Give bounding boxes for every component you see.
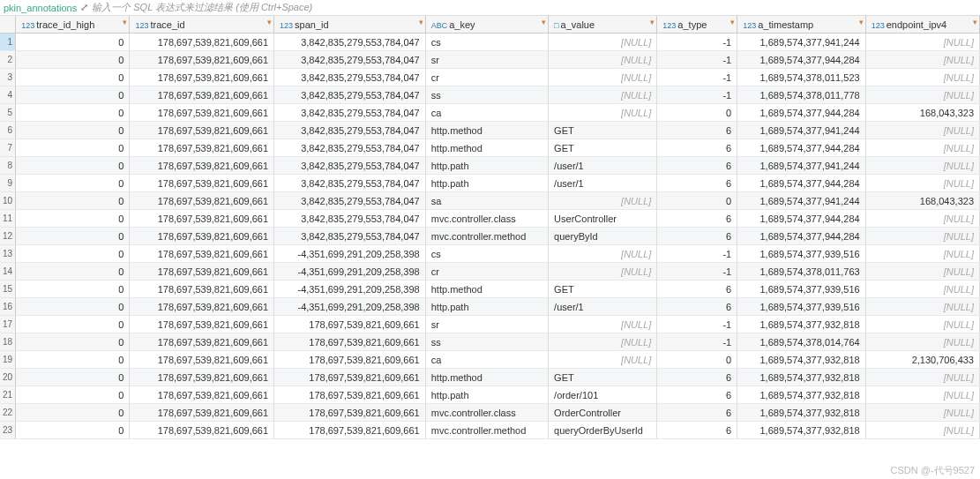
cell-a_key[interactable]: cr	[426, 69, 549, 86]
cell-a_key[interactable]: sr	[426, 316, 549, 333]
cell-endpoint_ipv4[interactable]: [NULL]	[866, 69, 980, 86]
cell-a_value[interactable]: [NULL]	[549, 192, 657, 210]
cell-span_id[interactable]: 3,842,835,279,553,784,047	[274, 157, 426, 175]
cell-a_key[interactable]: http.path	[426, 157, 549, 175]
cell-a_type[interactable]: 6	[657, 228, 737, 245]
cell-trace_id[interactable]: 178,697,539,821,609,661	[130, 369, 274, 386]
row-number[interactable]: 12	[0, 228, 16, 245]
cell-span_id[interactable]: 3,842,835,279,553,784,047	[274, 210, 426, 228]
column-header-a_type[interactable]: 123a_type▾	[657, 16, 737, 34]
table-row[interactable]: 100178,697,539,821,609,6613,842,835,279,…	[0, 192, 980, 210]
filter-icon[interactable]: ▾	[859, 18, 864, 26]
cell-endpoint_ipv4[interactable]: [NULL]	[866, 404, 980, 422]
cell-trace_id[interactable]: 178,697,539,821,609,661	[130, 263, 274, 281]
table-row[interactable]: 190178,697,539,821,609,661178,697,539,82…	[0, 351, 980, 369]
cell-a_timestamp[interactable]: 1,689,574,377,932,818	[737, 386, 865, 404]
cell-a_value[interactable]: GET	[549, 139, 657, 157]
cell-trace_id_high[interactable]: 0	[16, 281, 130, 298]
cell-span_id[interactable]: 178,697,539,821,609,661	[274, 351, 426, 369]
cell-span_id[interactable]: 3,842,835,279,553,784,047	[274, 86, 426, 104]
cell-trace_id[interactable]: 178,697,539,821,609,661	[130, 316, 274, 333]
cell-a_key[interactable]: mvc.controller.class	[426, 404, 549, 422]
cell-trace_id_high[interactable]: 0	[16, 298, 130, 316]
column-header-trace_id[interactable]: 123trace_id▾	[130, 16, 274, 34]
cell-span_id[interactable]: 3,842,835,279,553,784,047	[274, 69, 426, 86]
cell-span_id[interactable]: -4,351,699,291,209,258,398	[274, 263, 426, 281]
row-number[interactable]: 15	[0, 281, 16, 298]
cell-a_value[interactable]: [NULL]	[549, 34, 657, 51]
filter-icon[interactable]: ▾	[123, 18, 127, 26]
cell-a_value[interactable]: queryOrderByUserId	[549, 422, 657, 439]
cell-trace_id_high[interactable]: 0	[16, 122, 130, 139]
cell-span_id[interactable]: -4,351,699,291,209,258,398	[274, 245, 426, 263]
table-row[interactable]: 140178,697,539,821,609,661-4,351,699,291…	[0, 263, 980, 281]
cell-trace_id[interactable]: 178,697,539,821,609,661	[130, 422, 274, 439]
cell-span_id[interactable]: 3,842,835,279,553,784,047	[274, 175, 426, 192]
cell-a_value[interactable]: [NULL]	[549, 69, 657, 86]
row-number[interactable]: 9	[0, 175, 16, 192]
cell-a_value[interactable]: [NULL]	[549, 263, 657, 281]
cell-a_timestamp[interactable]: 1,689,574,377,944,284	[737, 104, 865, 122]
cell-endpoint_ipv4[interactable]: 168,043,323	[866, 192, 980, 210]
filter-icon[interactable]: ▾	[542, 18, 546, 26]
cell-trace_id[interactable]: 178,697,539,821,609,661	[130, 228, 274, 245]
cell-a_timestamp[interactable]: 1,689,574,377,941,244	[737, 122, 865, 139]
cell-trace_id[interactable]: 178,697,539,821,609,661	[130, 386, 274, 404]
cell-a_value[interactable]: /user/1	[549, 175, 657, 192]
cell-a_value[interactable]: GET	[549, 122, 657, 139]
cell-a_key[interactable]: sa	[426, 192, 549, 210]
cell-endpoint_ipv4[interactable]: [NULL]	[866, 228, 980, 245]
cell-endpoint_ipv4[interactable]: [NULL]	[866, 369, 980, 386]
data-grid[interactable]: 123trace_id_high▾123trace_id▾123span_id▾…	[0, 16, 980, 439]
cell-a_type[interactable]: 0	[657, 192, 737, 210]
cell-a_timestamp[interactable]: 1,689,574,377,939,516	[737, 245, 865, 263]
cell-trace_id_high[interactable]: 0	[16, 51, 130, 69]
cell-endpoint_ipv4[interactable]: [NULL]	[866, 139, 980, 157]
rownum-header[interactable]	[0, 16, 16, 34]
cell-endpoint_ipv4[interactable]: [NULL]	[866, 386, 980, 404]
cell-a_timestamp[interactable]: 1,689,574,377,944,284	[737, 175, 865, 192]
cell-a_key[interactable]: ss	[426, 333, 549, 351]
cell-trace_id_high[interactable]: 0	[16, 386, 130, 404]
cell-trace_id[interactable]: 178,697,539,821,609,661	[130, 69, 274, 86]
cell-a_type[interactable]: 0	[657, 351, 737, 369]
cell-a_type[interactable]: 6	[657, 386, 737, 404]
table-row[interactable]: 30178,697,539,821,609,6613,842,835,279,5…	[0, 69, 980, 86]
row-number[interactable]: 17	[0, 316, 16, 333]
table-row[interactable]: 60178,697,539,821,609,6613,842,835,279,5…	[0, 122, 980, 139]
cell-span_id[interactable]: 3,842,835,279,553,784,047	[274, 104, 426, 122]
cell-trace_id[interactable]: 178,697,539,821,609,661	[130, 34, 274, 51]
cell-a_type[interactable]: 6	[657, 122, 737, 139]
cell-a_timestamp[interactable]: 1,689,574,377,944,284	[737, 210, 865, 228]
cell-endpoint_ipv4[interactable]: [NULL]	[866, 333, 980, 351]
table-row[interactable]: 170178,697,539,821,609,661178,697,539,82…	[0, 316, 980, 333]
cell-a_type[interactable]: -1	[657, 316, 737, 333]
cell-trace_id_high[interactable]: 0	[16, 228, 130, 245]
cell-trace_id[interactable]: 178,697,539,821,609,661	[130, 86, 274, 104]
row-number[interactable]: 21	[0, 386, 16, 404]
table-row[interactable]: 130178,697,539,821,609,661-4,351,699,291…	[0, 245, 980, 263]
row-number[interactable]: 7	[0, 139, 16, 157]
row-number[interactable]: 6	[0, 122, 16, 139]
cell-a_timestamp[interactable]: 1,689,574,377,944,284	[737, 51, 865, 69]
row-number[interactable]: 11	[0, 210, 16, 228]
cell-a_value[interactable]: /user/1	[549, 157, 657, 175]
cell-a_type[interactable]: -1	[657, 51, 737, 69]
filter-icon[interactable]: ▾	[973, 18, 977, 26]
cell-span_id[interactable]: 3,842,835,279,553,784,047	[274, 139, 426, 157]
table-row[interactable]: 230178,697,539,821,609,661178,697,539,82…	[0, 422, 980, 439]
row-number[interactable]: 13	[0, 245, 16, 263]
cell-trace_id[interactable]: 178,697,539,821,609,661	[130, 281, 274, 298]
cell-a_type[interactable]: -1	[657, 333, 737, 351]
filter-icon[interactable]: ▾	[730, 18, 735, 26]
cell-trace_id_high[interactable]: 0	[16, 104, 130, 122]
row-number[interactable]: 18	[0, 333, 16, 351]
cell-trace_id_high[interactable]: 0	[16, 422, 130, 439]
cell-trace_id_high[interactable]: 0	[16, 369, 130, 386]
table-row[interactable]: 90178,697,539,821,609,6613,842,835,279,5…	[0, 175, 980, 192]
cell-span_id[interactable]: 178,697,539,821,609,661	[274, 386, 426, 404]
cell-a_key[interactable]: http.method	[426, 281, 549, 298]
cell-trace_id_high[interactable]: 0	[16, 404, 130, 422]
cell-a_key[interactable]: mvc.controller.class	[426, 210, 549, 228]
cell-a_key[interactable]: http.method	[426, 122, 549, 139]
